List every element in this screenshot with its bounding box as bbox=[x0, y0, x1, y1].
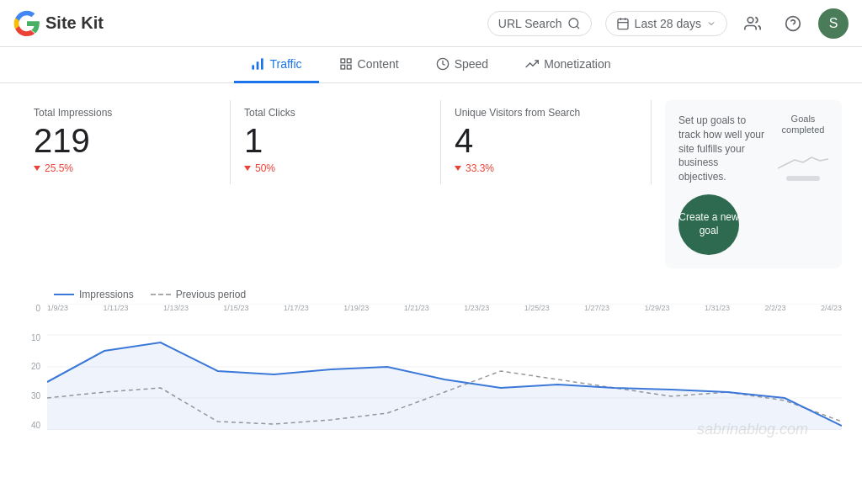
clicks-label: Total Clicks bbox=[244, 107, 427, 119]
tab-content-label: Content bbox=[358, 57, 399, 71]
svg-rect-12 bbox=[341, 59, 345, 63]
impressions-down-arrow bbox=[34, 166, 40, 171]
goals-mini-bar bbox=[786, 176, 820, 181]
tab-monetization[interactable]: Monetization bbox=[508, 47, 627, 83]
tab-monetization-label: Monetization bbox=[544, 57, 610, 71]
svg-rect-13 bbox=[347, 59, 351, 63]
url-search-button[interactable]: URL Search bbox=[487, 11, 592, 36]
chart-svg-wrapper bbox=[47, 304, 842, 430]
y-label-10: 10 bbox=[20, 333, 40, 342]
logo: Site Kit bbox=[13, 10, 104, 37]
svg-point-6 bbox=[748, 17, 753, 23]
tab-speed[interactable]: Speed bbox=[419, 47, 505, 83]
tab-traffic[interactable]: Traffic bbox=[234, 47, 318, 83]
impressions-card: Total Impressions 219 25.5% bbox=[20, 100, 231, 184]
tab-speed-label: Speed bbox=[455, 57, 488, 71]
legend-previous: Previous period bbox=[151, 289, 246, 300]
stats-row: Total Impressions 219 25.5% Total Clicks… bbox=[20, 100, 842, 268]
clicks-down-arrow bbox=[244, 166, 251, 171]
site-kit-label: Site Kit bbox=[45, 13, 104, 33]
svg-rect-11 bbox=[261, 58, 263, 69]
traffic-icon bbox=[251, 57, 264, 71]
header: Site Kit URL Search Last 28 days S bbox=[0, 0, 862, 47]
impressions-change-value: 25.5% bbox=[45, 162, 73, 174]
y-label-40: 40 bbox=[20, 421, 40, 430]
goals-card: Set up goals to track how well your site… bbox=[665, 100, 842, 268]
visitors-card: Unique Visitors from Search 4 33.3% bbox=[441, 100, 652, 184]
previous-legend-label: Previous period bbox=[176, 289, 246, 300]
date-range-label: Last 28 days bbox=[635, 17, 701, 30]
people-icon bbox=[744, 15, 761, 32]
chevron-down-icon bbox=[706, 19, 716, 29]
chart-container: 40 30 20 10 0 bbox=[20, 304, 842, 455]
main-content: Total Impressions 219 25.5% Total Clicks… bbox=[0, 83, 862, 498]
monetization-icon bbox=[525, 57, 539, 71]
clicks-value: 1 bbox=[244, 122, 427, 159]
svg-point-0 bbox=[569, 19, 578, 28]
y-label-30: 30 bbox=[20, 391, 40, 401]
date-range-button[interactable]: Last 28 days bbox=[605, 11, 727, 36]
goals-mini-chart bbox=[778, 139, 828, 172]
impressions-value: 219 bbox=[34, 122, 216, 159]
svg-line-1 bbox=[577, 26, 579, 29]
svg-marker-22 bbox=[47, 342, 842, 430]
svg-rect-15 bbox=[347, 65, 351, 69]
chart-y-axis: 40 30 20 10 0 bbox=[20, 304, 44, 430]
visitors-down-arrow bbox=[455, 166, 461, 171]
search-icon bbox=[567, 17, 581, 30]
goals-completed-box: Goalscompleted bbox=[778, 114, 828, 181]
chart-legend: Impressions Previous period bbox=[20, 289, 842, 300]
impressions-label: Total Impressions bbox=[34, 107, 216, 119]
navigation-tabs: Traffic Content Speed Monetization bbox=[0, 47, 862, 83]
svg-rect-14 bbox=[341, 65, 345, 69]
google-logo bbox=[13, 10, 40, 37]
visitors-label: Unique Visitors from Search bbox=[455, 107, 637, 119]
clicks-change-value: 50% bbox=[255, 162, 275, 174]
previous-legend-line bbox=[151, 294, 171, 295]
clicks-card: Total Clicks 1 50% bbox=[231, 100, 441, 184]
goals-text: Set up goals to track how well your site… bbox=[678, 114, 768, 184]
impressions-change: 25.5% bbox=[34, 162, 216, 174]
calendar-icon bbox=[616, 17, 630, 30]
svg-rect-9 bbox=[253, 65, 255, 69]
visitors-change: 33.3% bbox=[455, 162, 637, 174]
clicks-change: 50% bbox=[244, 162, 427, 174]
svg-rect-10 bbox=[257, 61, 259, 69]
tab-content[interactable]: Content bbox=[322, 47, 416, 83]
url-search-label: URL Search bbox=[498, 17, 562, 30]
svg-rect-2 bbox=[618, 19, 628, 29]
goals-completed-label: Goalscompleted bbox=[782, 114, 825, 135]
impressions-legend-line bbox=[54, 294, 74, 295]
create-goal-button[interactable]: Create a new goal bbox=[678, 194, 739, 255]
legend-impressions: Impressions bbox=[54, 289, 134, 300]
visitors-change-value: 33.3% bbox=[466, 162, 494, 174]
people-button[interactable] bbox=[737, 8, 768, 39]
chart-section: Impressions Previous period 40 30 20 10 … bbox=[20, 289, 842, 498]
impressions-legend-label: Impressions bbox=[79, 289, 134, 300]
content-icon bbox=[339, 57, 353, 71]
chart-svg bbox=[47, 304, 842, 430]
help-icon bbox=[785, 15, 801, 32]
y-label-20: 20 bbox=[20, 362, 40, 371]
tab-traffic-label: Traffic bbox=[269, 57, 301, 71]
help-button[interactable] bbox=[778, 8, 808, 39]
visitors-value: 4 bbox=[455, 122, 637, 159]
speed-icon bbox=[436, 57, 450, 71]
avatar[interactable]: S bbox=[818, 8, 849, 39]
y-label-0: 0 bbox=[20, 304, 40, 313]
